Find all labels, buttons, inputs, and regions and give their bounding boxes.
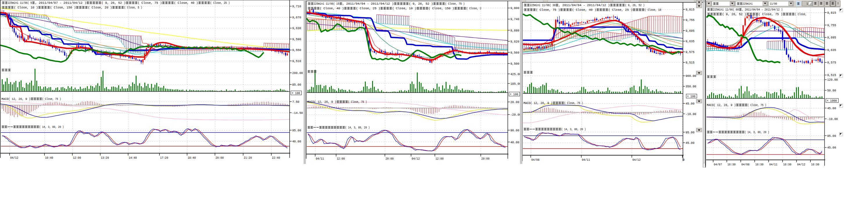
svg-text:× 1000: × 1000 bbox=[827, 99, 837, 103]
svg-text:( Close, 75 ): ( Close, 75 ) bbox=[348, 100, 367, 104]
svg-text:225mini 11/06( 15: 225mini 11/06( 15 bbox=[314, 2, 339, 5]
svg-text:( Close, 75 ): ( Close, 75 ) bbox=[42, 97, 61, 101]
svg-text:18:40: 18:40 bbox=[188, 156, 196, 160]
svg-text:16:30: 16:30 bbox=[755, 163, 764, 166]
svg-text:( Close, 75 ): ( Close, 75 ) bbox=[758, 12, 783, 16]
svg-text:, 2011/04/04 - 2011/04/12 ): , 2011/04/04 - 2011/04/12 ) bbox=[742, 8, 783, 11]
svg-text:9,635: 9,635 bbox=[827, 48, 836, 52]
svg-text:9,815: 9,815 bbox=[686, 8, 694, 11]
svg-text:90.00: 90.00 bbox=[510, 129, 519, 132]
svg-text:12:00: 12:00 bbox=[337, 157, 345, 160]
svg-text:( Close, 150 ): ( Close, 150 ) bbox=[50, 6, 75, 9]
svg-text:9,755: 9,755 bbox=[686, 18, 694, 22]
svg-text:04/12: 04/12 bbox=[10, 156, 18, 160]
svg-text:95.00: 95.00 bbox=[686, 131, 694, 134]
svg-text:21:20: 21:20 bbox=[244, 156, 252, 160]
svg-text:( Close, 40 ): ( Close, 40 ) bbox=[174, 1, 198, 5]
svg-text:20:00: 20:00 bbox=[482, 157, 490, 160]
svg-text:9,515: 9,515 bbox=[686, 61, 694, 64]
svg-text:( 9, 26, 52 ): ( 9, 26, 52 ) bbox=[101, 1, 125, 5]
svg-text:( Close, 10: ( Close, 10 bbox=[645, 8, 661, 12]
svg-text:, 2011/04/07 - 2011/04/12 ): , 2011/04/07 - 2011/04/12 ) bbox=[35, 1, 86, 5]
svg-text:04/11: 04/11 bbox=[316, 157, 324, 160]
svg-text:9,755: 9,755 bbox=[827, 24, 836, 27]
svg-text:04/12: 04/12 bbox=[632, 158, 641, 162]
svg-text:45.00: 45.00 bbox=[827, 107, 836, 110]
svg-text:17:20: 17:20 bbox=[160, 156, 168, 160]
svg-text:( Close, 150 ): ( Close, 150 ) bbox=[429, 7, 454, 10]
svg-text:9,635: 9,635 bbox=[686, 39, 694, 43]
svg-text:9,800: 9,800 bbox=[510, 6, 519, 10]
svg-text:95.00: 95.00 bbox=[292, 129, 301, 132]
svg-text:14:40: 14:40 bbox=[129, 156, 137, 160]
svg-text:MACD( 12, 26, 9 ): MACD( 12, 26, 9 ) bbox=[1, 97, 31, 101]
svg-text:( Close, 10 ): ( Close, 10 ) bbox=[14, 6, 38, 9]
svg-text:( Close, 5 ): ( Close, 5 ) bbox=[124, 6, 142, 9]
svg-text:9,680: 9,680 bbox=[510, 29, 519, 32]
svg-text:MACD( 12, 26, 9 ): MACD( 12, 26, 9 ) bbox=[524, 101, 553, 105]
svg-text:9,515: 9,515 bbox=[827, 73, 836, 77]
svg-text:04/07: 04/07 bbox=[714, 163, 722, 166]
svg-text:× 100: × 100 bbox=[510, 92, 518, 96]
svg-text:9,695: 9,695 bbox=[686, 29, 694, 33]
svg-text:20.00: 20.00 bbox=[510, 101, 519, 104]
svg-text:1: 1 bbox=[806, 2, 808, 5]
svg-text:20:00: 20:00 bbox=[216, 156, 224, 160]
svg-text:9,815: 9,815 bbox=[827, 11, 836, 15]
svg-text:MACD( 12, 26, 9 ): MACD( 12, 26, 9 ) bbox=[307, 100, 336, 104]
svg-text:( Close, 75 ): ( Close, 75 ) bbox=[564, 101, 583, 105]
svg-text:( 14, 3, 80, 20 ): ( 14, 3, 80, 20 ) bbox=[39, 125, 64, 129]
svg-text:( Close, 75 ): ( Close, 75 ) bbox=[536, 8, 560, 12]
svg-text:16:30: 16:30 bbox=[727, 163, 736, 166]
svg-text:20:00: 20:00 bbox=[385, 157, 394, 160]
svg-text:( 9, 26, 52 ): ( 9, 26, 52 ) bbox=[625, 3, 645, 7]
svg-text:45.00: 45.00 bbox=[827, 146, 836, 150]
svg-text:16:30: 16:30 bbox=[811, 163, 819, 166]
svg-text:10:40: 10:40 bbox=[45, 156, 53, 160]
svg-text:225mini 11/06( 5: 225mini 11/06( 5 bbox=[8, 1, 32, 5]
svg-text:9,630: 9,630 bbox=[292, 26, 301, 30]
svg-text:85.00: 85.00 bbox=[292, 83, 301, 86]
svg-text:× 100: × 100 bbox=[292, 91, 300, 95]
svg-text:( Close, 25 ): ( Close, 25 ) bbox=[608, 8, 632, 12]
svg-text:9,590: 9,590 bbox=[292, 37, 301, 41]
svg-text:( 9, 26, 52 ): ( 9, 26, 52 ) bbox=[409, 2, 433, 5]
svg-text:( Close, 20 ): ( Close, 20 ) bbox=[88, 6, 112, 9]
svg-text:9,550: 9,550 bbox=[292, 48, 301, 52]
svg-text:04/11: 04/11 bbox=[582, 158, 590, 162]
svg-text:( Close, 40 ): ( Close, 40 ) bbox=[572, 8, 596, 12]
svg-text:185.00: 185.00 bbox=[510, 82, 521, 86]
svg-text:( Close, 75 ): ( Close, 75 ) bbox=[747, 103, 766, 107]
svg-text:, 2011/04/04 - 2011/04/12 ): , 2011/04/04 - 2011/04/12 ) bbox=[342, 2, 394, 5]
svg-text:, 2011/04/04 - 2011/04/12 ): , 2011/04/04 - 2011/04/12 ) bbox=[559, 3, 610, 7]
svg-text:200.00: 200.00 bbox=[292, 71, 303, 75]
svg-text:-20.00: -20.00 bbox=[510, 113, 521, 116]
svg-text:45.00: 45.00 bbox=[686, 102, 694, 105]
svg-text:-10.00: -10.00 bbox=[827, 117, 838, 121]
svg-text:( Close, 2: ( Close, 2 bbox=[466, 7, 482, 10]
svg-text:120.00: 120.00 bbox=[827, 78, 838, 82]
svg-text:( Close, 25 ): ( Close, 25 ) bbox=[210, 1, 230, 5]
svg-text:9,575: 9,575 bbox=[827, 61, 836, 64]
svg-text:04/08: 04/08 bbox=[741, 163, 749, 166]
svg-text:225mini 11/06( 60: 225mini 11/06( 60 bbox=[713, 8, 739, 11]
svg-text:50.00: 50.00 bbox=[827, 89, 836, 92]
svg-text:7.50: 7.50 bbox=[292, 100, 299, 104]
svg-text:( Close, 25 ): ( Close, 25 ) bbox=[356, 7, 380, 10]
svg-text:9,575: 9,575 bbox=[686, 50, 694, 54]
svg-text:( 14, 3, 80, 20 ): ( 14, 3, 80, 20 ) bbox=[561, 128, 586, 131]
svg-text:× 100: × 100 bbox=[687, 95, 695, 98]
svg-text:( Close, 75 ): ( Close, 75 ) bbox=[445, 2, 465, 5]
svg-text:( Close, 10 ): ( Close, 10 ) bbox=[392, 7, 416, 10]
svg-text:225mini: 225mini bbox=[743, 2, 753, 5]
svg-text:9,710: 9,710 bbox=[292, 5, 301, 8]
svg-text:12:00: 12:00 bbox=[73, 156, 81, 160]
svg-text:04/08: 04/08 bbox=[531, 158, 539, 162]
svg-text:12:00: 12:00 bbox=[435, 157, 443, 160]
svg-text:( Close, 40 ): ( Close, 40 ) bbox=[320, 7, 344, 10]
svg-text:425.00: 425.00 bbox=[510, 73, 521, 76]
svg-text:9,740: 9,740 bbox=[510, 18, 519, 21]
svg-text:( 9, 26, 52 ): ( 9, 26, 52 ) bbox=[722, 12, 746, 16]
svg-text:04/11: 04/11 bbox=[769, 163, 777, 166]
svg-text:95.00: 95.00 bbox=[827, 134, 836, 138]
